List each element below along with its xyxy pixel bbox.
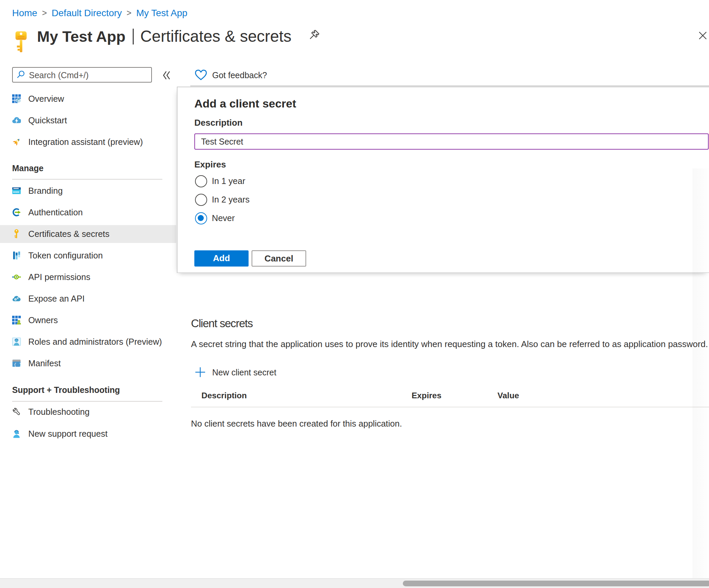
svg-text:{ }: { } <box>14 362 21 367</box>
svg-text:www: www <box>13 190 20 194</box>
